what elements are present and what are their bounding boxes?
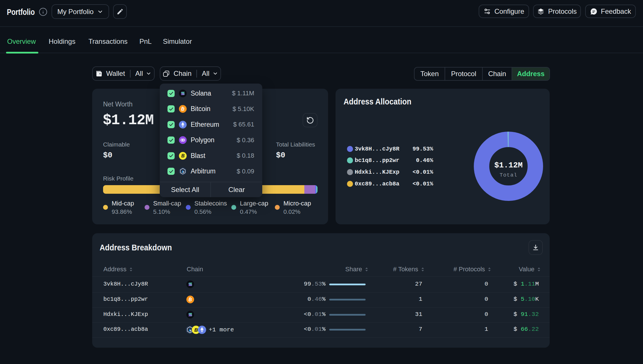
svg-text:B: B <box>194 327 198 333</box>
svg-text:B: B <box>181 153 185 158</box>
